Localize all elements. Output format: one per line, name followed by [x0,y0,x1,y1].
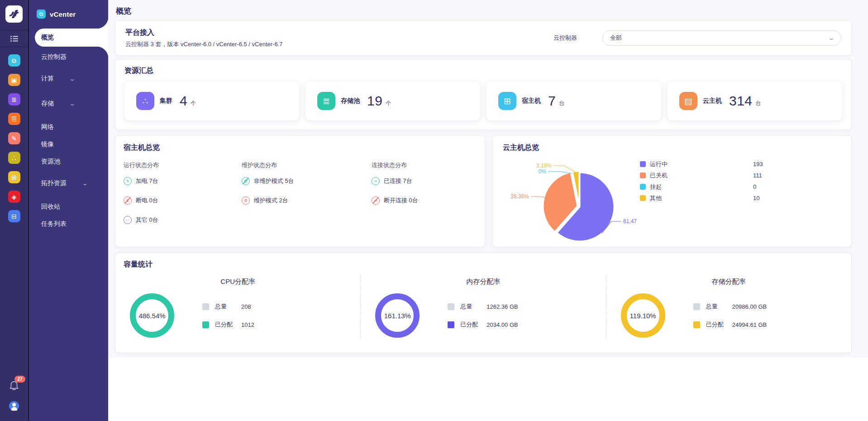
capacity-legend-row: 已分配1012 [202,321,254,329]
legend-value: 0 [753,183,756,190]
notification-badge: 27 [14,376,25,383]
vcenter-brand-icon: ⧉ [37,10,46,19]
status-item: ↯加电 7台 [124,177,242,185]
host-status-group: 连接状态分布∞已连接 7台∞断开连接 0台 [372,161,418,235]
allocation-percent: 161.13% [384,312,411,320]
stack-app-icon[interactable]: ☰ [8,113,20,125]
legend-swatch [640,161,646,167]
sidebar-item-cloud-controller[interactable]: 云控制器 [29,48,108,66]
legend-value: 2034.00 GB [486,321,518,328]
capacity-section: CPU分配率486.54%总量208已分配1012 [115,275,360,338]
power-off-icon: ↯ [124,196,132,205]
screen-app-icon[interactable]: ⊟ [8,210,20,222]
legend-swatch [640,184,646,190]
pie-legend: 运行中193已关机111挂起0其他10 [640,158,789,204]
stat-card-vm: ▤ 云主机 314 台 [668,81,842,120]
status-item: ↯断电 0台 [124,196,242,205]
legend-label: 已分配 [215,321,241,329]
sidebar-menu: ⧉ vCenter 概览 云控制器 计算⌄ 存储⌄ 网络 镜像 资源池 拓扑资源… [29,0,108,421]
user-avatar[interactable] [9,401,19,411]
legend-value: 193 [753,161,763,167]
legend-swatch [448,303,454,310]
legend-row: 挂起0 [640,181,789,192]
pie-percent-label: 61.47% [623,218,637,225]
page-title: 概览 [115,0,852,20]
brand-header: ⧉ vCenter [29,0,108,19]
sidebar-item-storage[interactable]: 存储⌄ [29,95,108,112]
group-header: 连接状态分布 [372,161,418,169]
legend-value: 111 [753,172,762,179]
brand-title: vCenter [50,10,76,18]
legend-label: 已分配 [460,321,486,329]
host-status-group: 维护状态分布⚙非维护模式 5台⚙维护模式 2台 [242,161,372,235]
pie-percent-label: 0% [539,168,547,175]
layers-app-icon[interactable]: ≣ [8,93,20,105]
capacity-legend-row: 总量20986.00 GB [693,302,767,311]
legend-value: 1012 [241,321,254,328]
sidebar-item-resource-pool[interactable]: 资源池 [29,153,108,170]
monitor-app-icon[interactable]: ▣ [8,74,20,86]
legend-value: 24994.61 GB [732,321,767,328]
brand-logo-icon[interactable] [5,5,23,23]
sidebar-item-images[interactable]: 镜像 [29,136,108,153]
vm-status-pie-chart: 61.47%35.35%0%3.18% [496,151,637,244]
chevron-down-icon: ⌄ [69,76,76,82]
legend-label: 总量 [215,302,241,311]
legend-label: 挂起 [650,183,662,191]
cloud-controller-filter-label: 云控制器 [553,34,577,42]
cube-app-icon[interactable]: ⊞ [8,171,20,183]
document-app-icon[interactable]: ✎ [8,132,20,144]
legend-swatch [202,303,209,310]
sidebar-item-topology[interactable]: 拓扑资源⌄ [29,175,108,192]
disconnected-icon: ∞ [372,196,380,205]
select-value: 全部 [610,34,622,42]
sidebar-item-task-list[interactable]: 任务列表 [29,215,108,233]
capacity-section: 内存分配率161.13%总量1262.36 GB已分配2034.00 GB [360,275,606,338]
platform-card-subtitle: 云控制器 3 套，版本 vCenter-6.0 / vCenter-6.5 / … [125,40,283,48]
sidebar-item-overview[interactable]: 概览 [35,29,108,47]
sidebar-item-compute[interactable]: 计算⌄ [29,70,108,87]
host-status-group: 运行状态分布↯加电 7台↯断电 0台⋯其它 0台 [124,161,242,235]
stat-card-storage-pool: ≣ 存储池 19 个 [305,81,480,120]
capacity-section-title: 内存分配率 [361,277,606,286]
platform-access-card: 平台接入 云控制器 3 套，版本 vCenter-6.0 / vCenter-6… [115,20,852,56]
maintenance-icon: ⚙ [242,196,250,205]
main-content: 概览 平台接入 云控制器 3 套，版本 vCenter-6.0 / vCente… [108,0,868,421]
host-overview-title: 宿主机总览 [124,143,485,153]
capacity-statistics-card: 容量统计 CPU分配率486.54%总量208已分配1012内存分配率161.1… [115,253,852,353]
stat-card-cluster: ∴ 集群 4 个 [124,81,299,120]
rail-divider [28,0,29,421]
gem-app-icon[interactable]: ◈ [8,191,20,203]
legend-label: 总量 [706,302,732,311]
vcenter-app-icon[interactable]: ⧉ [8,54,20,67]
group-header: 运行状态分布 [124,161,242,169]
legend-swatch [693,303,700,310]
legend-row: 其他10 [640,192,789,204]
power-on-icon: ↯ [124,177,132,185]
stat-card-host: ⊞ 宿主机 7 台 [486,81,661,120]
legend-value: 1262.36 GB [486,303,518,310]
capacity-section-title: CPU分配率 [115,277,360,286]
status-item: ⚙维护模式 2台 [242,196,372,205]
legend-row: 运行中193 [640,158,789,170]
notifications-button[interactable]: 27 [9,380,19,393]
status-label: 非维护模式 5台 [254,177,294,185]
sidebar-item-network[interactable]: 网络 [29,119,108,136]
legend-label: 已关机 [650,172,668,180]
allocation-donut-ring: 161.13% [375,293,420,338]
menu-list-icon[interactable] [0,30,28,47]
status-item: ⋯其它 0台 [124,216,242,224]
allocation-percent: 486.54% [138,312,165,320]
status-label: 断电 0台 [136,196,158,205]
allocation-donut-ring: 486.54% [130,293,174,338]
cloud-controller-select[interactable]: 全部 ⌄ [602,30,841,46]
molecule-app-icon[interactable]: ∴ [8,152,20,164]
sidebar-item-recycle-bin[interactable]: 回收站 [29,198,108,215]
status-label: 其它 0台 [136,216,158,224]
group-header: 维护状态分布 [242,161,372,169]
chevron-down-icon: ⌄ [69,101,76,107]
status-label: 维护模式 2台 [254,196,288,205]
allocation-percent: 119.10% [630,312,656,320]
capacity-section-title: 存储分配率 [606,277,851,286]
pie-percent-label: 35.35% [510,193,529,200]
